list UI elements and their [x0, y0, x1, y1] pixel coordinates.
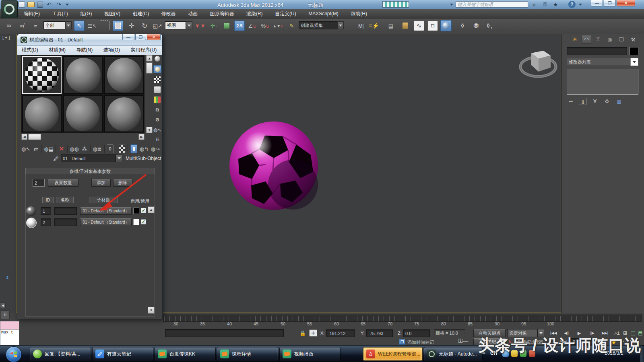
make-preview-icon[interactable]: ⧉	[154, 106, 161, 113]
pin-stack-icon[interactable]: ⊸	[567, 98, 575, 105]
sample-slot-1-active[interactable]	[22, 56, 62, 94]
taskbar-button-course-detail[interactable]: 课程详情	[217, 347, 278, 361]
show-map-in-viewport-icon[interactable]	[119, 144, 126, 153]
taskbar-button-3dsmax[interactable]: 无标题 - Autode...	[424, 347, 483, 361]
submaterial-1-enable-checkbox[interactable]: ✓	[141, 208, 146, 213]
column-submaterial-header[interactable]: 子材质	[89, 197, 118, 203]
communication-center-bar[interactable]	[382, 1, 409, 8]
submaterial-2-enable-checkbox[interactable]: ✓	[141, 219, 146, 224]
submaterial-2-button[interactable]: 01 - Default （Standard）	[80, 218, 132, 226]
selection-filter-dropdown[interactable]: 全部	[43, 21, 65, 29]
rollout-scroll-up[interactable]: ▲	[148, 206, 155, 213]
snaps-toggle-icon[interactable]: 2.5	[234, 21, 245, 31]
slots-scroll-right[interactable]: ▶	[138, 134, 144, 140]
named-selection-dropdown[interactable]: 创建选择集	[299, 21, 337, 29]
object-color-swatch[interactable]	[630, 47, 638, 55]
sample-slot-2[interactable]	[63, 56, 103, 94]
taskbar-button-youdao-note[interactable]: 🖉 有道云笔记	[92, 347, 153, 361]
submaterial-2-name-field[interactable]	[54, 218, 77, 226]
time-tag-icon[interactable]: ❒	[399, 339, 405, 345]
configure-modifier-sets-icon[interactable]: ▦	[615, 98, 623, 105]
material-count-field[interactable]: 2	[33, 179, 45, 187]
submaterial-1-color-swatch[interactable]	[133, 208, 139, 214]
menu-graph-editors[interactable]: 图形编辑器	[205, 9, 239, 19]
material-editor-close-button[interactable]: ✕	[147, 34, 161, 40]
help-icon[interactable]: ?	[568, 1, 576, 8]
slots-scroll-up[interactable]: ▲	[146, 55, 153, 62]
menu-help[interactable]: 帮助(H)	[345, 9, 372, 19]
video-color-check-icon[interactable]	[154, 96, 161, 103]
window-minimize-button[interactable]: —	[591, 0, 603, 6]
window-maximize-button[interactable]: ❐	[604, 0, 616, 6]
reference-coordsys-dropdown[interactable]: 视图	[165, 21, 186, 29]
tab-utilities-icon[interactable]: ⚒	[628, 35, 638, 44]
set-key-mode-key-icon[interactable]: ⚿—	[456, 337, 470, 344]
named-selection-arrow[interactable]	[337, 21, 344, 29]
keyring-icon[interactable]: ⚿	[541, 1, 549, 8]
window-close-button[interactable]: ✕	[617, 0, 635, 6]
align-icon[interactable]: ≡⚡	[369, 21, 379, 31]
undo-icon[interactable]: ↶	[45, 2, 53, 7]
new-file-icon[interactable]	[19, 1, 25, 8]
mirror-icon[interactable]: M|	[356, 21, 366, 31]
search-scope-dropdown-icon[interactable]	[450, 4, 453, 6]
reference-coordsys-arrow[interactable]	[186, 21, 192, 29]
menu-maxscript[interactable]: MAXScript(M)	[303, 9, 344, 19]
menu-views[interactable]: 视图(V)	[99, 9, 126, 19]
options-icon[interactable]: ⚙	[154, 116, 161, 123]
star-favorites-icon[interactable]: ★	[551, 1, 559, 8]
quick-render-icon[interactable]: ⚱,	[484, 21, 494, 31]
material-editor-maximize-button[interactable]: ❐	[135, 34, 146, 40]
select-by-name-icon[interactable]: ☰↖	[87, 21, 97, 31]
menu-modifiers[interactable]: 修改器	[156, 9, 181, 19]
sample-slot-5[interactable]	[63, 95, 103, 132]
slots-scroll-down[interactable]: ▼	[146, 127, 153, 133]
keyboard-shortcut-toggle-icon[interactable]	[221, 21, 232, 31]
tab-create-icon[interactable]: ✳	[570, 35, 580, 44]
selection-filter-arrow[interactable]	[65, 21, 72, 29]
curve-editor-icon[interactable]: ∿	[414, 21, 424, 31]
modifier-list-dropdown[interactable]: 修改器列表	[567, 58, 630, 66]
menu-animation[interactable]: 动画	[183, 9, 203, 19]
submaterial-1-thumbnail[interactable]	[26, 206, 36, 216]
taskbar-button-reply[interactable]: 回复:【资料/共...	[30, 347, 91, 361]
show-end-result-material-icon[interactable]: ▮	[130, 144, 137, 153]
isolate-grid-icon[interactable]: ⠿	[1, 311, 10, 319]
render-setup-icon[interactable]: ⚱	[457, 21, 468, 31]
rectangular-selection-icon[interactable]	[100, 21, 109, 30]
select-rotate-icon[interactable]: ↻	[139, 21, 150, 31]
me-menu-utilities[interactable]: 实用程序(U)	[126, 46, 161, 54]
me-menu-material[interactable]: 材质(M)	[44, 46, 70, 54]
soccer-ball-object[interactable]	[229, 120, 319, 211]
go-forward-sibling-icon[interactable]: ◍↪	[151, 144, 160, 153]
menu-tools[interactable]: 工具(T)	[47, 9, 73, 19]
select-scale-icon[interactable]: ◱↗	[152, 21, 163, 31]
backlight-icon[interactable]	[153, 65, 161, 73]
submaterial-2-thumbnail[interactable]	[26, 218, 37, 228]
graphite-ribbon-icon[interactable]	[400, 21, 411, 31]
redo-icon[interactable]: ↷	[55, 2, 62, 7]
make-unique-material-icon[interactable]: ⁂	[81, 144, 88, 153]
menu-edit[interactable]: 编辑(E)	[19, 9, 45, 19]
search-input[interactable]: 键入关键字或短语	[456, 1, 528, 8]
schematic-view-icon[interactable]: ⊟	[427, 21, 438, 31]
viewport-corner-menu[interactable]: [ + ]	[2, 35, 10, 40]
material-type-button[interactable]: Multi/Sub-Object	[126, 156, 161, 161]
prev-arrow-icon[interactable]: ◀	[0, 302, 6, 308]
layer-manager-icon[interactable]: ▤	[386, 21, 396, 31]
tab-modify-icon[interactable]: ◠	[582, 35, 591, 44]
rollout-collapse-icon[interactable]: -	[28, 169, 30, 174]
column-name-header[interactable]: 名称	[56, 197, 74, 203]
absolute-mode-transform-icon[interactable]: ✛	[309, 329, 317, 337]
make-material-copy-icon[interactable]: ◍◍	[70, 144, 79, 153]
app-logo-button[interactable]	[1, 0, 18, 18]
rendered-frame-icon[interactable]: ⛃	[471, 21, 481, 31]
me-menu-options[interactable]: 选项(O)	[99, 46, 124, 54]
me-menu-navigation[interactable]: 导航(N)	[72, 46, 97, 54]
rollout-header[interactable]: - 多维/子对象基本参数	[25, 168, 155, 175]
material-editor-titlebar[interactable]: 材质编辑器 - 01 - Default — ❐ ✕	[17, 34, 162, 46]
object-name-field[interactable]	[567, 47, 627, 55]
percent-snap-icon[interactable]: %∪	[260, 21, 270, 31]
edit-named-selection-icon[interactable]: ✎	[287, 21, 297, 31]
background-icon[interactable]	[154, 76, 161, 83]
